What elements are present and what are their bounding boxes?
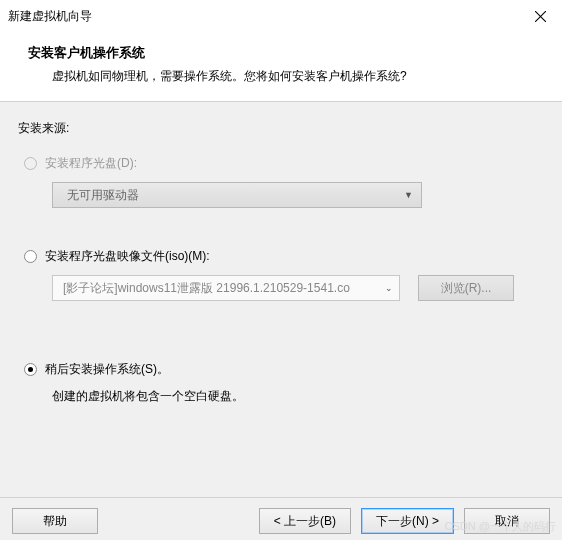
radio-iso-file-label: 安装程序光盘映像文件(iso)(M): — [45, 248, 210, 265]
close-icon — [535, 11, 546, 22]
wizard-footer: 帮助 < 上一步(B) 下一步(N) > 取消 — [0, 497, 562, 540]
cancel-button-label: 取消 — [495, 513, 519, 530]
radio-install-later-label: 稍后安装操作系统(S)。 — [45, 361, 169, 378]
help-button-label: 帮助 — [43, 513, 67, 530]
drive-dropdown-value: 无可用驱动器 — [67, 187, 139, 204]
close-button[interactable] — [518, 4, 562, 28]
wizard-header: 安装客户机操作系统 虚拟机如同物理机，需要操作系统。您将如何安装客户机操作系统? — [0, 32, 562, 101]
browse-button-label: 浏览(R)... — [441, 280, 492, 297]
chevron-down-icon: ▼ — [404, 190, 413, 200]
iso-path-value: [影子论坛]windows11泄露版 21996.1.210529-1541.c… — [63, 280, 350, 297]
install-later-hint: 创建的虚拟机将包含一个空白硬盘。 — [52, 388, 544, 405]
chevron-down-icon: ⌄ — [385, 283, 393, 293]
radio-icon — [24, 363, 37, 376]
next-button-label: 下一步(N) > — [376, 513, 439, 530]
titlebar: 新建虚拟机向导 — [0, 0, 562, 32]
radio-installer-disc: 安装程序光盘(D): — [24, 155, 544, 172]
radio-icon — [24, 157, 37, 170]
radio-installer-disc-label: 安装程序光盘(D): — [45, 155, 137, 172]
drive-dropdown: 无可用驱动器 ▼ — [52, 182, 422, 208]
iso-path-input: [影子论坛]windows11泄露版 21996.1.210529-1541.c… — [52, 275, 400, 301]
header-subtitle: 虚拟机如同物理机，需要操作系统。您将如何安装客户机操作系统? — [28, 68, 534, 85]
back-button[interactable]: < 上一步(B) — [259, 508, 351, 534]
source-label: 安装来源: — [18, 120, 544, 137]
help-button[interactable]: 帮助 — [12, 508, 98, 534]
content-area: 安装来源: 安装程序光盘(D): 无可用驱动器 ▼ 安装程序光盘映像文件(iso… — [0, 102, 562, 497]
option-group: 安装程序光盘(D): 无可用驱动器 ▼ 安装程序光盘映像文件(iso)(M): … — [24, 155, 544, 405]
back-button-label: < 上一步(B) — [274, 513, 336, 530]
radio-iso-file[interactable]: 安装程序光盘映像文件(iso)(M): — [24, 248, 544, 265]
next-button[interactable]: 下一步(N) > — [361, 508, 454, 534]
cancel-button[interactable]: 取消 — [464, 508, 550, 534]
header-title: 安装客户机操作系统 — [28, 44, 534, 62]
browse-button: 浏览(R)... — [418, 275, 514, 301]
radio-install-later[interactable]: 稍后安装操作系统(S)。 — [24, 361, 544, 378]
radio-icon — [24, 250, 37, 263]
window-title: 新建虚拟机向导 — [8, 8, 92, 25]
